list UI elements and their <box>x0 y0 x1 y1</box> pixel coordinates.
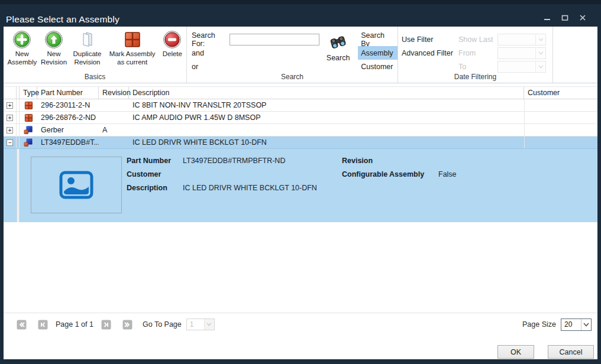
first-page-button[interactable] <box>17 320 27 330</box>
go-to-page-combo: 1 <box>186 318 215 330</box>
delete-label: Delete <box>163 50 182 58</box>
chevron-down-icon <box>535 61 545 72</box>
collapse-minus-icon[interactable]: − <box>7 139 13 146</box>
to-label: To <box>458 63 497 71</box>
search-by-customer-option[interactable]: Customer <box>358 60 398 73</box>
window-controls <box>543 14 587 22</box>
close-icon <box>579 14 586 21</box>
ribbon-filler <box>553 27 597 83</box>
header-part-number[interactable]: Part Number <box>37 87 99 99</box>
detail-revision-value <box>438 154 457 168</box>
header-expand-column <box>4 87 17 99</box>
advanced-filter-option[interactable]: Advanced Filter <box>402 46 458 60</box>
table-row-selected[interactable]: − LT3497EDDB#T... IC LED DRIVR WHITE BCK… <box>4 136 597 149</box>
delete-button[interactable]: Delete <box>160 29 185 58</box>
search-for-input[interactable] <box>230 34 319 46</box>
basics-group-label: Basics <box>4 73 186 81</box>
grid-header: Type Part Number Revision Description Cu… <box>4 86 597 99</box>
search-and-label: and <box>192 49 204 57</box>
header-revision[interactable]: Revision <box>99 87 129 99</box>
detail-part-number-label: Part Number <box>127 154 183 168</box>
detail-part-number-value: LT3497EDDB#TRMPBFTR-ND <box>183 154 317 168</box>
expand-plus-icon[interactable]: + <box>7 115 13 121</box>
type-cell <box>20 99 37 111</box>
header-type[interactable]: Type <box>20 87 37 99</box>
assembly-blue-icon <box>24 125 33 135</box>
customer-cell <box>524 136 597 148</box>
description-cell: IC AMP AUDIO PWR 1.45W D 8MSOP <box>129 112 524 124</box>
bom-red-icon <box>24 113 33 122</box>
ribbon-group-search: Search For: and or <box>187 27 398 83</box>
mark-assembly-current-button[interactable]: Mark Assembly as current <box>105 29 160 67</box>
date-filtering-group-label: Date Filtering <box>398 73 552 81</box>
detail-fields-right: Revision Configurable Assembly False <box>342 154 457 181</box>
customer-cell <box>524 112 597 124</box>
header-customer[interactable]: Customer <box>524 87 597 99</box>
show-last-combo <box>497 34 546 46</box>
to-value <box>498 61 535 72</box>
detail-description-value: IC LED DRIVR WHITE BCKLGT 10-DFN <box>183 181 317 195</box>
go-to-page-label: Go To Page <box>143 320 182 329</box>
expand-cell[interactable]: + <box>4 99 17 111</box>
expand-cell[interactable]: + <box>4 112 17 124</box>
expand-plus-icon[interactable]: + <box>7 127 13 134</box>
table-row[interactable]: + 296-26876-2-ND IC AMP AUDIO PWR 1.45W … <box>4 112 597 124</box>
description-cell <box>129 124 524 136</box>
detail-configurable-value: False <box>438 168 457 181</box>
previous-page-button[interactable] <box>38 320 48 330</box>
maximize-button[interactable] <box>561 14 569 22</box>
chevron-down-icon <box>535 48 545 58</box>
detail-customer-value <box>183 168 317 181</box>
to-combo <box>497 61 546 73</box>
header-description[interactable]: Description <box>129 87 524 99</box>
search-for-label: Search For: <box>192 31 230 48</box>
search-or-label: or <box>192 63 198 71</box>
expand-plus-icon[interactable]: + <box>7 102 13 109</box>
table-row[interactable]: + Gerber A <box>4 124 597 136</box>
minimize-button[interactable] <box>543 14 551 22</box>
row-detail-panel: Part Number LT3497EDDB#TRMPBFTR-ND Custo… <box>4 149 597 222</box>
ribbon-group-basics: New Assembly New Revision <box>4 27 187 83</box>
use-filter-option[interactable]: Use Filter <box>402 32 458 46</box>
mark-assembly-current-label: Mark Assembly as current <box>106 50 159 66</box>
revision-cell <box>99 112 129 124</box>
from-value <box>498 48 535 58</box>
description-cell: IC 8BIT NON-INV TRANSLTR 20TSSOP <box>129 99 524 111</box>
part-number-cell: Gerber <box>37 124 99 136</box>
show-last-value <box>498 34 535 45</box>
search-button[interactable]: Search <box>323 32 353 73</box>
detail-indent-stripe <box>17 149 20 222</box>
part-number-cell: LT3497EDDB#T... <box>37 136 99 148</box>
chevron-down-icon <box>535 34 545 45</box>
cancel-button[interactable]: Cancel <box>548 345 594 359</box>
next-page-button[interactable] <box>101 320 111 330</box>
type-cell <box>20 112 37 124</box>
page-size-label: Page Size <box>522 320 556 329</box>
mark-assembly-current-icon <box>123 30 142 50</box>
search-by-assembly-option[interactable]: Assembly <box>358 46 398 60</box>
show-last-label: Show Last <box>458 35 497 44</box>
new-assembly-icon <box>12 30 31 50</box>
duplicate-revision-label: Duplicate Revision <box>70 50 104 66</box>
close-button[interactable] <box>579 14 587 22</box>
detail-configurable-label: Configurable Assembly <box>342 168 438 181</box>
chevron-down-icon[interactable] <box>581 319 591 330</box>
duplicate-revision-button[interactable]: Duplicate Revision <box>69 29 105 67</box>
page-size-combo[interactable]: 20 <box>561 318 592 331</box>
expand-cell[interactable]: − <box>4 136 17 148</box>
last-page-button[interactable] <box>122 320 133 330</box>
table-row[interactable]: + 296-23011-2-N IC 8BIT NON-INV TRANSLTR… <box>4 99 597 112</box>
assembly-select-dialog: Please Select an Assembly <box>0 0 601 364</box>
revision-cell <box>99 99 129 111</box>
minimize-icon <box>544 14 551 21</box>
expand-cell[interactable]: + <box>4 124 17 136</box>
ok-button[interactable]: OK <box>497 345 534 359</box>
search-group-label: Search <box>187 73 398 81</box>
type-cell <box>20 124 37 136</box>
detail-description-label: Description <box>127 181 183 195</box>
new-assembly-button[interactable]: New Assembly <box>6 29 38 67</box>
titlebar-top-edge <box>0 0 601 4</box>
page-size-value: 20 <box>561 319 581 330</box>
new-revision-button[interactable]: New Revision <box>38 29 70 67</box>
part-number-cell: 296-23011-2-N <box>37 99 99 111</box>
